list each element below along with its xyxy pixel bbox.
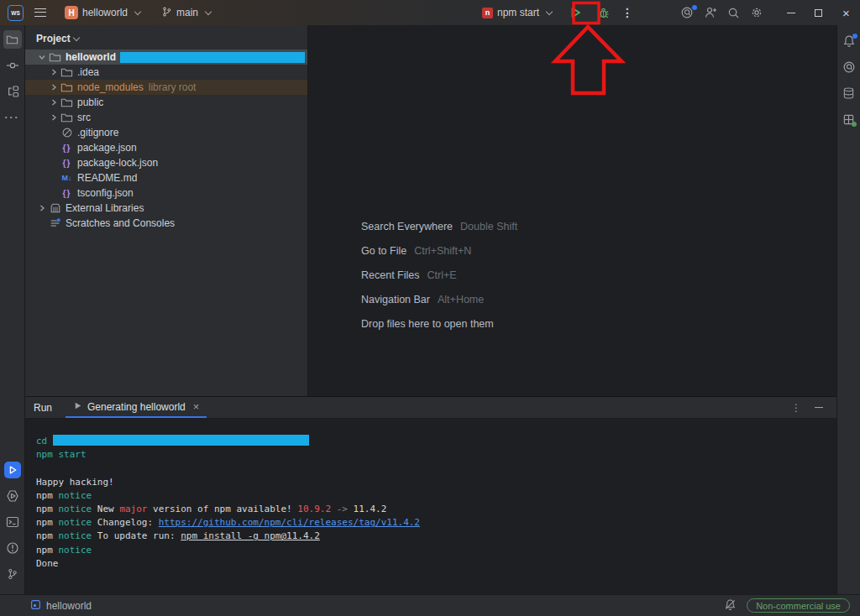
terminal-text: npm: [36, 490, 59, 501]
tree-item-node-modules[interactable]: node_moduleslibrary root: [25, 80, 307, 95]
tree-item-label: public: [77, 97, 103, 108]
chevron-down-icon: [134, 9, 141, 16]
tree-item-label: helloworld: [66, 51, 116, 63]
more-actions-icon[interactable]: ⋮: [615, 6, 640, 19]
tree-item-idea[interactable]: .idea: [25, 65, 307, 80]
tree-item-scratches-and-consoles[interactable]: Scratches and Consoles: [25, 216, 307, 231]
json-icon: {}: [60, 144, 74, 153]
shortcut-hint-go-to-file: Go to FileCtrl+Shift+N: [361, 238, 517, 263]
more-options-icon[interactable]: ⋮: [791, 402, 801, 414]
tree-item-package-lock-json[interactable]: {}package-lock.json: [25, 155, 307, 170]
tree-item-src[interactable]: src: [25, 110, 307, 125]
license-badge[interactable]: Non-commercial use: [747, 598, 850, 613]
project-icon: H: [65, 6, 78, 19]
code-with-me-icon[interactable]: [699, 3, 722, 22]
ai-assistant-icon[interactable]: [675, 3, 699, 22]
terminal-text: Happy hacking!: [36, 477, 114, 488]
tree-item-label: External Libraries: [66, 202, 144, 214]
empty-editor-shortcuts: Search EverywhereDouble ShiftGo to FileC…: [361, 214, 517, 336]
terminal-text: version of npm available!: [148, 504, 298, 514]
chevron-spacer: [48, 142, 60, 154]
project-status-icon: [30, 599, 41, 613]
library-icon: [48, 202, 62, 214]
close-button[interactable]: ×: [832, 0, 860, 25]
json-icon: {}: [60, 159, 74, 168]
chevron-down-icon: [205, 9, 212, 16]
terminal-text: 10.9.2: [297, 504, 331, 514]
minimize-button[interactable]: [777, 0, 805, 25]
run-tool-label[interactable]: Run: [25, 402, 60, 414]
run-config-name: npm start: [497, 7, 539, 18]
tree-item-tsconfig-json[interactable]: {}tsconfig.json: [25, 185, 307, 201]
version-control-icon[interactable]: [3, 565, 22, 583]
terminal-text: npm: [36, 504, 59, 514]
chevron-expanded-icon[interactable]: [36, 51, 48, 63]
terminal-text: notice: [59, 490, 92, 501]
chevron-collapsed-icon[interactable]: [48, 112, 60, 123]
tree-item-external-libraries[interactable]: External Libraries: [25, 201, 307, 216]
more-horizontal-icon[interactable]: ···: [3, 108, 22, 127]
tree-item-label: README.md: [77, 172, 137, 184]
problems-icon[interactable]: [3, 539, 22, 557]
tree-item-helloworld[interactable]: helloworld: [25, 50, 307, 65]
chevron-collapsed-icon[interactable]: [36, 202, 48, 214]
project-tree: helloworld.ideanode_moduleslibrary rootp…: [25, 50, 307, 231]
chevron-collapsed-icon[interactable]: [48, 97, 60, 108]
close-tab-icon[interactable]: ×: [193, 400, 200, 413]
run-panel-header: Run Generating helloworld × ⋮: [25, 397, 836, 419]
run-icon[interactable]: [3, 461, 22, 479]
changelog-link[interactable]: https://github.com/npm/cli/releases/tag/…: [159, 517, 420, 528]
status-project-name: helloworld: [46, 600, 92, 612]
structure-icon[interactable]: [3, 82, 22, 101]
notifications-muted-icon[interactable]: [724, 598, 737, 613]
run-button[interactable]: [564, 3, 587, 22]
project-panel-header[interactable]: Project: [25, 25, 307, 50]
right-tool-stripe: [836, 25, 860, 594]
commit-icon[interactable]: [3, 56, 22, 75]
run-tab[interactable]: Generating helloworld ×: [66, 397, 207, 418]
terminal-text: npm: [36, 545, 59, 556]
ide-window: WS H helloworld main n npm start ⋮: [0, 0, 860, 616]
hide-panel-icon[interactable]: [815, 407, 823, 408]
terminal-text: cd: [36, 436, 53, 446]
project-widget[interactable]: H helloworld: [60, 3, 146, 22]
branch-widget[interactable]: main: [156, 3, 217, 23]
main-menu-button[interactable]: [29, 6, 51, 19]
left-tool-stripe: ···: [0, 25, 25, 594]
tree-item-package-json[interactable]: {}package.json: [25, 140, 307, 155]
debug-button[interactable]: [592, 4, 615, 22]
status-bar: helloworld Non-commercial use: [0, 594, 860, 616]
ai-assistant-icon[interactable]: [840, 58, 858, 76]
tree-item-label: .idea: [77, 66, 99, 78]
dependencies-icon[interactable]: [840, 110, 858, 128]
notifications-icon[interactable]: [840, 32, 858, 50]
tree-item-label: package.json: [77, 142, 137, 154]
run-tab-label: Generating helloworld: [87, 401, 186, 413]
settings-gear-icon[interactable]: [745, 3, 768, 22]
terminal-text: Done: [36, 558, 59, 569]
tree-item-label: tsconfig.json: [77, 187, 134, 199]
chevron-collapsed-icon[interactable]: [48, 81, 60, 93]
terminal-text: npm start: [36, 449, 87, 460]
chevron-spacer: [48, 127, 60, 138]
tree-item-gitignore[interactable]: .gitignore: [25, 125, 307, 140]
chevron-down-icon: [73, 35, 80, 42]
terminal-icon[interactable]: [3, 513, 22, 531]
tree-item-public[interactable]: public: [25, 95, 307, 110]
terminal-output[interactable]: cd npm start Happy hacking!npm noticenpm…: [25, 419, 836, 594]
markdown-icon: M↓: [60, 174, 74, 182]
database-icon[interactable]: [840, 84, 858, 102]
status-project-widget[interactable]: helloworld: [30, 599, 92, 613]
terminal-text: To update run:: [92, 530, 181, 541]
chevron-down-icon: [546, 9, 553, 16]
maximize-button[interactable]: [805, 0, 832, 25]
services-icon[interactable]: [3, 487, 22, 505]
run-config-selector[interactable]: n npm start: [477, 4, 558, 21]
tree-item-readme-md[interactable]: M↓README.md: [25, 170, 307, 185]
project-name: helloworld: [82, 7, 128, 18]
terminal-text: npm: [36, 517, 59, 528]
project-folder-icon[interactable]: [3, 30, 22, 49]
chevron-collapsed-icon[interactable]: [48, 66, 60, 78]
search-icon[interactable]: [722, 4, 745, 22]
folder-icon: [60, 66, 74, 79]
